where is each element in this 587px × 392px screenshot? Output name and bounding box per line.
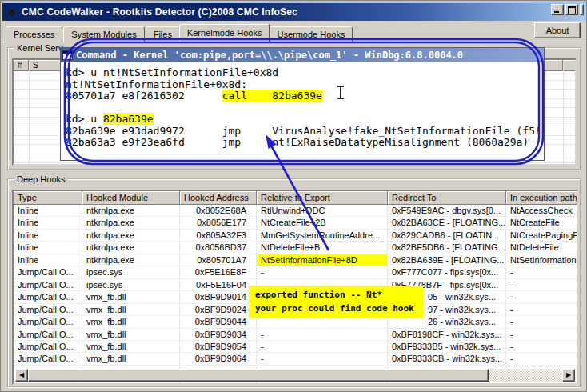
debugger-output-line: 805701a7 e8f2616302 call 82ba639e [66, 90, 544, 102]
kernel-services-column-header[interactable] [563, 60, 577, 71]
horizontal-scrollbar[interactable]: ◀ ▶ [15, 369, 575, 382]
table-cell-module: vmx_fb.dll [82, 353, 180, 365]
debugger-output-line: 82ba639e e93dad9972 jmp VirusAnalyse!fak… [66, 126, 544, 138]
table-cell-relative: MmGetSystemRoutineAddre... [257, 230, 388, 242]
table-row[interactable]: Jump/Call O...vmx_fb.dll0xBF9D9054-0xBF9… [14, 341, 577, 353]
table-cell-module: ntkrnlpa.exe [82, 242, 180, 254]
table-row[interactable]: Jump/Call O...ipsec.sys0xF5E16E8F-0xF777… [14, 266, 577, 278]
window-title: CMC CodeWalker - Rootkits Detector (C)20… [22, 6, 297, 18]
title-bar[interactable]: ☻ CMC CodeWalker - Rootkits Detector (C)… [2, 3, 586, 21]
deep-hooks-column-header[interactable]: In execution path o [506, 191, 578, 205]
windbg-title-text: Command - Kernel 'com:pipe,port=\\.\pipe… [76, 50, 463, 61]
kernel-services-label: Kernel Serv [14, 43, 65, 53]
maximize-button[interactable] [565, 4, 578, 15]
table-cell-module: vmx_fb.dll [82, 329, 180, 341]
output-text: 82ba639e e93dad9972 jmp VirusAnalyse!fak… [66, 125, 541, 137]
tab-strip: ProcessesSystem ModulesFilesKernelmode H… [6, 24, 353, 42]
output-text: 82ba63a3 e9f23ea6fd jmp nt!ExRaiseDataty… [66, 136, 529, 148]
table-cell-module: ntkrnlpa.exe [82, 217, 180, 229]
table-cell-address: 0xBF9D9034 [180, 329, 257, 341]
table-cell-address: 0x805701A7 [180, 254, 257, 266]
table-cell-exec: - [506, 266, 578, 278]
highlighted-text: 82ba639e [103, 113, 154, 125]
output-text: 805701a7 e8f2616302 [66, 90, 222, 102]
table-cell-module: ntkrnlpa.exe [82, 205, 180, 217]
table-row[interactable]: Jump/Call O...vmx_fb.dll0xBF9D904426 - w… [14, 316, 577, 328]
table-cell-exec: - [506, 329, 578, 341]
kernel-services-column-header[interactable]: # [14, 60, 29, 71]
minimize-button[interactable] [551, 4, 564, 15]
deep-hooks-column-header[interactable]: Redirect To [388, 191, 506, 205]
table-row[interactable]: Jump/Call O...vmx_fb.dll0xBF9D9034-0xBF8… [14, 329, 577, 341]
table-row[interactable]: Inlinentkrnlpa.exe0x805701A7NtSetInforma… [14, 254, 577, 266]
tab-usermode-hooks[interactable]: Usermode Hooks [269, 26, 353, 42]
annotation-note: exported function -- Nt* your proc could… [249, 286, 423, 318]
table-cell-exec: - [506, 279, 578, 291]
deep-hooks-column-header[interactable]: Hooked Address [180, 191, 257, 205]
table-cell-type: Jump/Call O... [14, 316, 82, 328]
deep-hooks-column-header[interactable]: Hooked Module [82, 191, 180, 205]
table-cell-module: ntkrnlpa.exe [82, 254, 180, 266]
table-cell-relative: RtlUnwind+DDC [257, 205, 388, 217]
about-button[interactable]: About [534, 22, 581, 38]
table-cell-redirect: 26 - win32k.sys... [388, 316, 506, 328]
deep-hooks-label: Deep Hooks [14, 174, 68, 184]
windbg-title-bar[interactable]: Command - Kernel 'com:pipe,port=\\.\pipe… [61, 48, 544, 62]
table-cell-redirect: 0x82BF5DB6 - [FLOATING... [388, 242, 506, 254]
highlighted-text: call 82ba639e [222, 90, 322, 102]
windbg-output[interactable]: kd> u nt!NtSetInformationFile+0x8dnt!NtS… [61, 62, 544, 149]
table-cell-type: Jump/Call O... [14, 341, 82, 353]
table-cell-module: ipsec.sys [82, 266, 180, 278]
table-cell-module: vmx_fb.dll [82, 304, 180, 316]
table-cell-relative: - [257, 266, 388, 278]
output-text: kd> u [66, 113, 103, 125]
table-cell-type: Jump/Call O... [14, 329, 82, 341]
table-row[interactable]: Jump/Call O...vmx_fb.dll0xBF9D9064-0xBF9… [14, 353, 577, 365]
table-cell-address: 0x805A32F3 [180, 230, 257, 242]
debugger-output-line: kd> u 82ba639e [66, 114, 544, 126]
table-cell-redirect: 0x82BA63CE - [FLOATING... [388, 217, 506, 229]
table-cell-module: ntkrnlpa.exe [82, 230, 180, 242]
table-cell-exec: - [506, 304, 578, 316]
scroll-right-arrow-icon[interactable]: ▶ [562, 369, 575, 382]
table-cell-address: 0xF5E16F04 [180, 279, 257, 291]
tab-files[interactable]: Files [146, 26, 180, 42]
table-cell-module: vmx_fb.dll [82, 316, 180, 328]
tab-system-modules[interactable]: System Modules [63, 26, 144, 42]
table-cell-type: Jump/Call O... [14, 279, 82, 291]
table-cell-address: 0xBF9D9014 [180, 291, 257, 303]
table-cell-redirect: 0xF777C077 - fips.sys[0x... [388, 266, 506, 278]
table-cell-exec: NtCreatePagingFile [506, 230, 578, 242]
close-button[interactable] [580, 4, 584, 15]
table-cell-address: 0xBF9D9024 [180, 304, 257, 316]
table-cell-type: Jump/Call O... [14, 353, 82, 365]
table-row[interactable]: Inlinentkrnlpa.exe0x805A32F3MmGetSystemR… [14, 230, 577, 242]
table-cell-address: 0xBF9D9054 [180, 341, 257, 353]
table-row[interactable]: Inlinentkrnlpa.exe0x8056E177NtCreateFile… [14, 217, 577, 229]
scrollbar-thumb[interactable] [28, 369, 489, 382]
scrollbar-track[interactable] [489, 369, 562, 382]
app-window: ☻ CMC CodeWalker - Rootkits Detector (C)… [0, 0, 587, 392]
windbg-command-window[interactable]: Command - Kernel 'com:pipe,port=\\.\pipe… [60, 47, 545, 161]
table-cell-relative: - [257, 341, 388, 353]
tab-kernelmode-hooks[interactable]: Kernelmode Hooks [179, 24, 270, 42]
annotation-note-line1: exported function -- Nt* [255, 288, 423, 302]
column-divider [29, 60, 30, 164]
table-cell-module: vmx_fb.dll [82, 291, 180, 303]
table-cell-type: Inline [14, 230, 82, 242]
table-row[interactable]: Inlinentkrnlpa.exe0x8056BD37NtDeleteFile… [14, 242, 577, 254]
deep-hooks-groupbox: Deep Hooks TypeHooked ModuleHooked Addre… [7, 178, 581, 388]
table-cell-address: 0xF5E16E8F [180, 266, 257, 278]
deep-hooks-column-header[interactable]: Type [14, 191, 82, 205]
table-cell-redirect: 0x82BA639E - [FLOATING... [388, 254, 506, 266]
table-cell-type: Inline [14, 205, 82, 217]
tab-processes[interactable]: Processes [6, 26, 62, 42]
table-cell-exec: - [506, 341, 578, 353]
table-row[interactable]: Inlinentkrnlpa.exe0x8052E68ARtlUnwind+DD… [14, 205, 577, 217]
table-cell-address: 0x8056BD37 [180, 242, 257, 254]
table-cell-exec: NtDeleteFile [506, 242, 578, 254]
scroll-left-arrow-icon[interactable]: ◀ [15, 369, 28, 382]
table-cell-redirect: 0xBF9333B5 - win32k.sys... [388, 341, 506, 353]
table-cell-type: Jump/Call O... [14, 304, 82, 316]
deep-hooks-column-header[interactable]: Relative to Export [257, 191, 388, 205]
